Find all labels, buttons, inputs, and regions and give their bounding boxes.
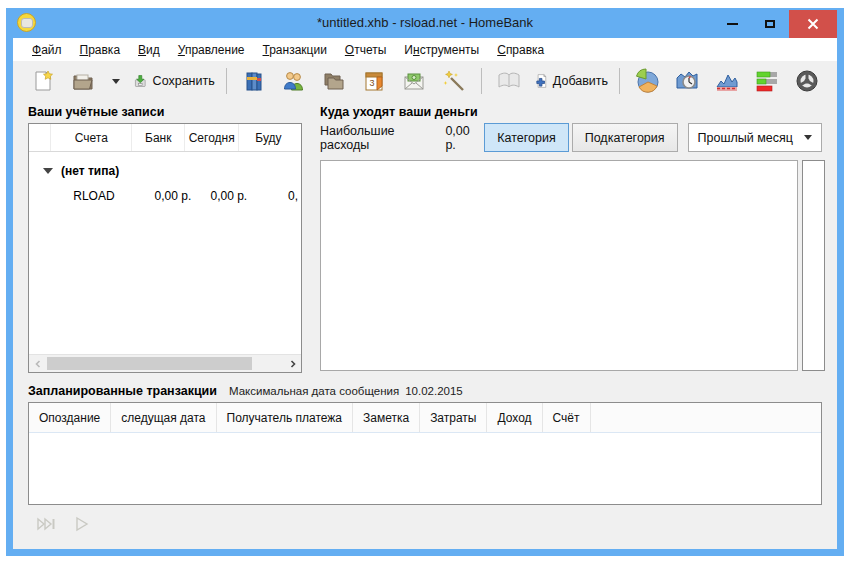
- add-transaction-button[interactable]: Добавить: [529, 65, 613, 97]
- spending-chart-area: [320, 160, 798, 371]
- menu-tools[interactable]: Инструменты: [395, 43, 488, 57]
- menu-manage[interactable]: Управление: [169, 43, 254, 57]
- toolbar-separator: [226, 68, 227, 94]
- scheduled-actions: [36, 516, 90, 532]
- calendar-icon: 3: [362, 69, 386, 93]
- client-area: Файл Правка Вид Управление Транзакции От…: [13, 38, 837, 549]
- books-icon: [242, 69, 266, 93]
- skip-button[interactable]: [36, 517, 56, 531]
- combo-caret-icon: [804, 135, 812, 140]
- scheduled-col-account[interactable]: Счёт: [543, 403, 591, 432]
- categories-button[interactable]: [314, 65, 354, 97]
- accounts-panel: Счета Банк Сегодня Буду (нет типа) RLOAD…: [28, 123, 302, 373]
- accounts-col-today[interactable]: Сегодня: [185, 124, 239, 151]
- assign-button[interactable]: [434, 65, 474, 97]
- scheduled-col-next-date[interactable]: следущая дата: [111, 403, 216, 432]
- minimize-button[interactable]: [713, 10, 751, 38]
- spending-controls: Наибольшие расходы 0,00 р. Категория Под…: [320, 123, 822, 152]
- show-ledger-button[interactable]: [489, 65, 529, 97]
- accounts-col-future[interactable]: Буду: [239, 124, 301, 151]
- accounts-col-bank[interactable]: Банк: [132, 124, 185, 151]
- minimize-icon: [727, 23, 738, 25]
- account-today-balance: 0,00 р.: [196, 189, 254, 203]
- window-controls: [713, 8, 837, 38]
- collapse-triangle-icon[interactable]: [43, 168, 53, 174]
- toolbar-separator: [619, 68, 620, 94]
- spending-chart-scrollbar[interactable]: [802, 160, 825, 371]
- people-icon: [282, 69, 306, 93]
- new-file-button[interactable]: [23, 65, 63, 97]
- folders-icon: [322, 69, 346, 93]
- scheduled-col-expense[interactable]: Затраты: [420, 403, 487, 432]
- pie-chart-icon: [634, 68, 660, 94]
- vehicle-cost-button[interactable]: [787, 65, 827, 97]
- balance-report-button[interactable]: [707, 65, 747, 97]
- scheduled-table: Опоздание следущая дата Получатель плате…: [28, 402, 822, 505]
- scheduled-col-payee[interactable]: Получатель платежа: [217, 403, 353, 432]
- open-file-button[interactable]: [63, 65, 103, 97]
- account-group-row[interactable]: (нет типа): [29, 158, 301, 184]
- menu-transactions[interactable]: Транзакции: [254, 43, 336, 57]
- scrollbar-thumb[interactable]: [47, 357, 252, 370]
- close-icon: [807, 18, 819, 30]
- homebank-window: *untitled.xhb - rsload.net - HomeBank Фа…: [6, 8, 844, 556]
- budget-report-button[interactable]: [747, 65, 787, 97]
- open-recent-dropdown[interactable]: [103, 65, 129, 97]
- scheduled-col-income[interactable]: Доход: [487, 403, 542, 432]
- bar-chart-icon: [754, 68, 780, 94]
- scheduled-header-row: Опоздание следущая дата Получатель плате…: [29, 403, 821, 433]
- account-group-label: (нет типа): [61, 164, 119, 178]
- spending-label: Наибольшие расходы: [320, 124, 439, 152]
- scheduled-note-label: Максимальная дата сообщения: [229, 385, 399, 397]
- menu-view[interactable]: Вид: [129, 43, 169, 57]
- line-chart-icon: [714, 68, 740, 94]
- toolbar-separator: [481, 68, 482, 94]
- accounts-button[interactable]: [234, 65, 274, 97]
- date-range-select[interactable]: Прошлый месяц: [688, 123, 822, 152]
- scheduled-note-date: 10.02.2015: [405, 385, 463, 397]
- accounts-col-accounts[interactable]: Счета: [51, 124, 132, 151]
- account-name: RLOAD: [52, 189, 140, 203]
- scheduled-title: Запланированные транзакцииМаксимальная д…: [28, 384, 463, 398]
- scheduled-col-memo[interactable]: Заметка: [353, 403, 420, 432]
- spending-amount: 0,00 р.: [445, 124, 481, 152]
- add-plus-icon: [533, 69, 548, 93]
- main-area: Ваши учётные записи Счета Банк Сегодня Б…: [13, 100, 837, 549]
- close-button[interactable]: [789, 10, 837, 38]
- menu-reports[interactable]: Отчеты: [336, 43, 396, 57]
- skip-icon: [36, 517, 56, 531]
- play-icon: [74, 516, 90, 532]
- accounts-title: Ваши учётные записи: [28, 105, 164, 119]
- scroll-left-arrow[interactable]: [29, 355, 46, 372]
- statistics-report-button[interactable]: [627, 65, 667, 97]
- accounts-horizontal-scrollbar[interactable]: [29, 354, 301, 372]
- payees-button[interactable]: [274, 65, 314, 97]
- menu-help[interactable]: Справка: [488, 43, 553, 57]
- maximize-icon: [765, 20, 775, 28]
- scroll-right-arrow[interactable]: [284, 355, 301, 372]
- account-row[interactable]: RLOAD 0,00 р. 0,00 р. 0,: [29, 184, 301, 208]
- date-range-value: Прошлый месяц: [698, 131, 793, 145]
- accounts-header-row: Счета Банк Сегодня Буду: [29, 124, 301, 152]
- menubar: Файл Правка Вид Управление Транзакции От…: [13, 38, 837, 62]
- open-folder-icon: [71, 69, 95, 93]
- menu-file[interactable]: Файл: [23, 43, 71, 57]
- steering-wheel-icon: [794, 68, 820, 94]
- menu-edit[interactable]: Правка: [71, 43, 130, 57]
- trendtime-report-button[interactable]: [667, 65, 707, 97]
- archive-button[interactable]: [394, 65, 434, 97]
- magic-wand-icon: [442, 69, 466, 93]
- save-icon: [133, 69, 148, 93]
- book-icon: [496, 69, 522, 93]
- spending-title: Куда уходят ваши деньги: [320, 105, 478, 119]
- envelope-money-icon: [402, 69, 426, 93]
- subcategory-toggle-button[interactable]: Подкатегория: [572, 123, 678, 152]
- accounts-col-expander[interactable]: [29, 124, 51, 151]
- post-button[interactable]: [74, 516, 90, 532]
- new-file-icon: [31, 69, 55, 93]
- save-button[interactable]: Сохранить: [129, 65, 219, 97]
- scheduled-col-late[interactable]: Опоздание: [29, 403, 111, 432]
- scheduled-button[interactable]: 3: [354, 65, 394, 97]
- category-toggle-button[interactable]: Категория: [484, 123, 568, 152]
- maximize-button[interactable]: [751, 10, 789, 38]
